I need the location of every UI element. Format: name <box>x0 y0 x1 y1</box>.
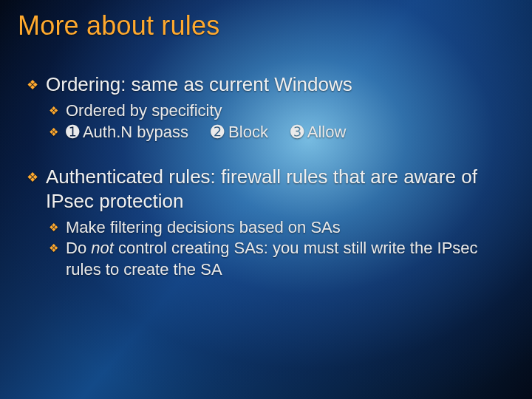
enum-item: ➌ Allow <box>290 122 346 143</box>
text-run-italic: not <box>91 239 114 257</box>
enum-text: Auth.N bypass <box>83 123 188 141</box>
bullet-l2: ❖ Make filtering decisions based on SAs <box>49 217 510 239</box>
circled-one-icon: ➊ <box>66 123 79 141</box>
circled-two-icon: ➋ <box>211 123 224 141</box>
diamond-bullet-icon: ❖ <box>49 122 58 143</box>
text-run: Do <box>66 239 91 257</box>
diamond-bullet-icon: ❖ <box>27 72 38 98</box>
bullet-text: Authenticated rules: firewall rules that… <box>46 165 510 214</box>
enum-text: Allow <box>307 123 347 141</box>
diamond-bullet-icon: ❖ <box>49 217 58 239</box>
diamond-bullet-icon: ❖ <box>49 100 58 122</box>
enum-item: ➊ Auth.N bypass <box>66 122 188 143</box>
bullet-text: Do not control creating SAs: you must st… <box>66 238 510 280</box>
spacer <box>27 143 510 165</box>
enum-text: Block <box>228 123 268 141</box>
slide-content: ❖ Ordering: same as current Windows ❖ Or… <box>27 72 510 281</box>
enum-row: ➊ Auth.N bypass ➋ Block ➌ Allow <box>66 122 510 143</box>
bullet-l1: ❖ Authenticated rules: firewall rules th… <box>27 165 510 214</box>
bullet-text: Ordered by specificity <box>66 100 510 122</box>
bullet-text: Make filtering decisions based on SAs <box>66 217 510 239</box>
circled-three-icon: ➌ <box>290 123 304 141</box>
diamond-bullet-icon: ❖ <box>49 238 58 280</box>
bullet-l1: ❖ Ordering: same as current Windows <box>27 72 510 98</box>
bullet-l2: ❖ Ordered by specificity <box>49 100 510 122</box>
diamond-bullet-icon: ❖ <box>27 165 38 214</box>
slide-title: More about rules <box>18 10 219 41</box>
slide: More about rules ❖ Ordering: same as cur… <box>0 0 532 399</box>
bullet-text: Ordering: same as current Windows <box>46 72 510 98</box>
enum-item: ➋ Block <box>211 122 268 143</box>
bullet-l2: ❖ ➊ Auth.N bypass ➋ Block ➌ Allow <box>49 122 510 143</box>
bullet-l2: ❖ Do not control creating SAs: you must … <box>49 238 510 280</box>
text-run: control creating SAs: you must still wri… <box>66 239 478 279</box>
